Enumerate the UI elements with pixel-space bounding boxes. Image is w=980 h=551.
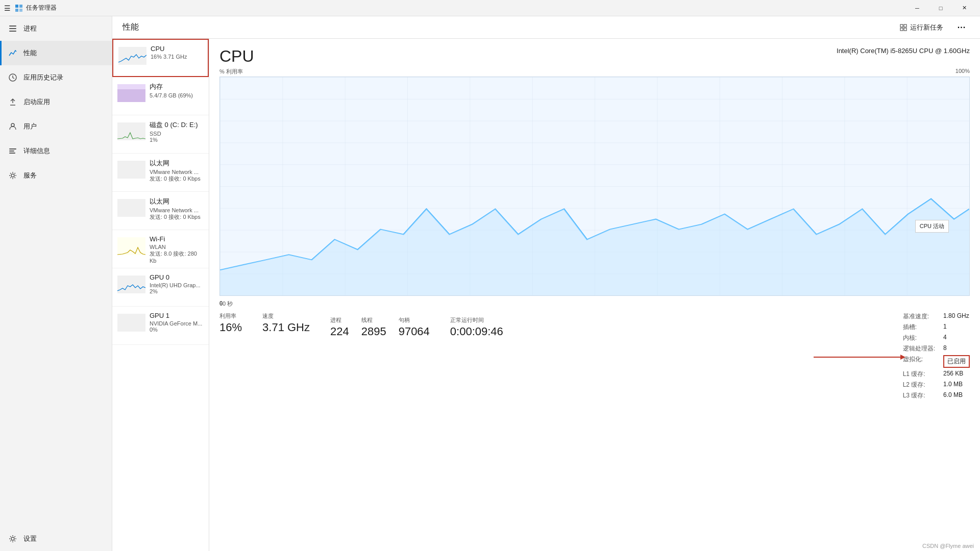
resource-item-ethernet1[interactable]: 以太网 VMware Network ... 发送: 0 接收: 0 Kbps — [112, 154, 209, 192]
specs-panel: 基准速度: 1.80 GHz 插槽: 1 内核: 4 逻辑处理器: 8 虚拟化:… — [903, 312, 970, 400]
cpu-name: CPU — [151, 45, 203, 53]
services-icon — [8, 171, 17, 180]
chart-tooltip: CPU 活动 — [915, 220, 949, 233]
sidebar-item-app-history[interactable]: 应用历史记录 — [0, 65, 112, 90]
gpu0-detail1: Intel(R) UHD Grap... — [150, 282, 204, 288]
l1-cache-label: L1 缓存: — [903, 370, 935, 379]
more-button[interactable]: ··· — [953, 19, 970, 36]
sidebar-bottom: 设置 — [0, 527, 112, 551]
gpu0-info: GPU 0 Intel(R) UHD Grap... 2% — [150, 273, 204, 294]
disk-name: 磁盘 0 (C: D: E:) — [150, 120, 204, 130]
performance-body: CPU 16% 3.71 GHz 内存 5.4/7.8 GB (69%) — [112, 39, 980, 551]
threads-label: 线程 — [361, 316, 386, 324]
gpu1-info: GPU 1 NVIDIA GeForce M... 0% — [150, 312, 204, 333]
resource-item-cpu[interactable]: CPU 16% 3.71 GHz — [112, 39, 209, 77]
settings-icon — [8, 534, 17, 543]
processes-label: 进程 — [330, 316, 349, 324]
stat-threads: 线程 2895 — [361, 316, 386, 400]
utilization-value: 16% — [219, 321, 242, 334]
maximize-button[interactable]: □ — [929, 0, 952, 16]
svg-rect-16 — [900, 28, 903, 31]
svg-rect-9 — [9, 148, 16, 149]
gpu0-mini-chart — [117, 276, 145, 293]
stats-row1: 利用率 16% 速度 3.71 GHz — [219, 312, 310, 400]
ethernet1-detail2: 发送: 0 接收: 0 Kbps — [150, 175, 204, 183]
virtualization-value: 已启用 — [943, 355, 970, 368]
utilization-label: 利用率 — [219, 312, 242, 320]
processes-value: 224 — [330, 325, 349, 338]
cpu-detail: 16% 3.71 GHz — [151, 54, 203, 60]
page-title: 性能 — [122, 22, 894, 33]
ethernet2-name: 以太网 — [150, 197, 204, 206]
sidebar: 进程 性能 应用历史记录 — [0, 16, 112, 551]
gpu1-detail1: NVIDIA GeForce M... — [150, 320, 204, 327]
sidebar-item-users[interactable]: 用户 — [0, 114, 112, 139]
arrow-annotation — [811, 347, 913, 367]
app-title: 任务管理器 — [26, 4, 905, 12]
svg-point-12 — [11, 174, 14, 177]
sidebar-item-processes[interactable]: 进程 — [0, 16, 112, 41]
gpu1-mini-chart — [117, 314, 145, 332]
ethernet1-name: 以太网 — [150, 159, 204, 168]
svg-point-8 — [11, 123, 14, 127]
sidebar-label-settings: 设置 — [23, 534, 37, 543]
svg-rect-15 — [904, 24, 906, 27]
resource-item-wifi[interactable]: Wi-Fi WLAN 发送: 8.0 接收: 280 Kb — [112, 230, 209, 268]
gpu1-name: GPU 1 — [150, 312, 204, 319]
handles-value: 97064 — [399, 325, 430, 338]
base-speed-value: 1.80 GHz — [943, 312, 970, 321]
ethernet2-detail1: VMware Network ... — [150, 207, 204, 213]
resource-item-disk[interactable]: 磁盘 0 (C: D: E:) SSD 1% — [112, 115, 209, 154]
sidebar-item-services[interactable]: 服务 — [0, 163, 112, 188]
l3-cache-value: 6.0 MB — [943, 391, 970, 400]
resource-item-ethernet2[interactable]: 以太网 VMware Network ... 发送: 0 接收: 0 Kbps — [112, 192, 209, 230]
run-task-icon — [900, 24, 907, 31]
run-task-label: 运行新任务 — [910, 23, 943, 32]
svg-rect-17 — [904, 28, 906, 31]
ethernet1-mini-chart — [117, 161, 145, 179]
threads-value: 2895 — [361, 325, 386, 338]
wifi-name: Wi-Fi — [150, 235, 204, 243]
svg-rect-2 — [15, 9, 18, 12]
close-button[interactable]: ✕ — [952, 0, 976, 16]
stats-row3: 正常运行时间 0:00:09:46 — [450, 316, 503, 400]
wifi-mini-chart — [117, 237, 145, 255]
max-label: 100% — [955, 68, 970, 76]
l1-cache-value: 256 KB — [943, 370, 970, 379]
minimize-button[interactable]: ─ — [905, 0, 929, 16]
top-bar-actions: 运行新任务 ··· — [894, 19, 970, 36]
sidebar-item-startup[interactable]: 启动应用 — [0, 90, 112, 114]
memory-detail: 5.4/7.8 GB (69%) — [150, 92, 204, 98]
run-task-button[interactable]: 运行新任务 — [894, 20, 949, 35]
stat-speed: 速度 3.71 GHz — [262, 312, 310, 400]
app-icon — [15, 4, 23, 12]
sidebar-label-services: 服务 — [23, 171, 37, 180]
sidebar-item-settings[interactable]: 设置 — [0, 527, 112, 551]
main-content: 性能 运行新任务 ··· — [112, 16, 980, 551]
sidebar-item-performance[interactable]: 性能 — [0, 41, 112, 65]
resource-item-gpu0[interactable]: GPU 0 Intel(R) UHD Grap... 2% — [112, 268, 209, 307]
logical-processors-label: 逻辑处理器: — [903, 344, 935, 353]
sidebar-item-details[interactable]: 详细信息 — [0, 139, 112, 163]
stats-left: 利用率 16% 速度 3.71 GHz 进程 224 — [219, 312, 503, 400]
svg-rect-0 — [15, 5, 18, 8]
ethernet2-detail2: 发送: 0 接收: 0 Kbps — [150, 213, 204, 221]
ethernet2-mini-chart — [117, 199, 145, 217]
svg-rect-1 — [19, 5, 22, 8]
base-speed-label: 基准速度: — [903, 312, 935, 321]
resource-item-memory[interactable]: 内存 5.4/7.8 GB (69%) — [112, 77, 209, 115]
hamburger-icon[interactable]: ☰ — [4, 4, 11, 12]
stats-row2: 进程 224 线程 2895 句柄 97064 — [330, 316, 430, 400]
disk-info: 磁盘 0 (C: D: E:) SSD 1% — [150, 120, 204, 143]
resource-item-gpu1[interactable]: GPU 1 NVIDIA GeForce M... 0% — [112, 307, 209, 345]
wifi-detail2: 发送: 8.0 接收: 280 Kb — [150, 250, 204, 264]
sidebar-label-performance: 性能 — [23, 48, 37, 58]
sockets-value: 1 — [943, 323, 970, 332]
processes-icon — [8, 24, 17, 33]
app-history-icon — [8, 73, 17, 82]
svg-rect-11 — [9, 153, 15, 154]
svg-rect-19 — [117, 89, 145, 102]
virtualization-label: 虚拟化: — [903, 355, 935, 368]
wifi-detail1: WLAN — [150, 244, 204, 250]
svg-rect-14 — [900, 24, 903, 27]
